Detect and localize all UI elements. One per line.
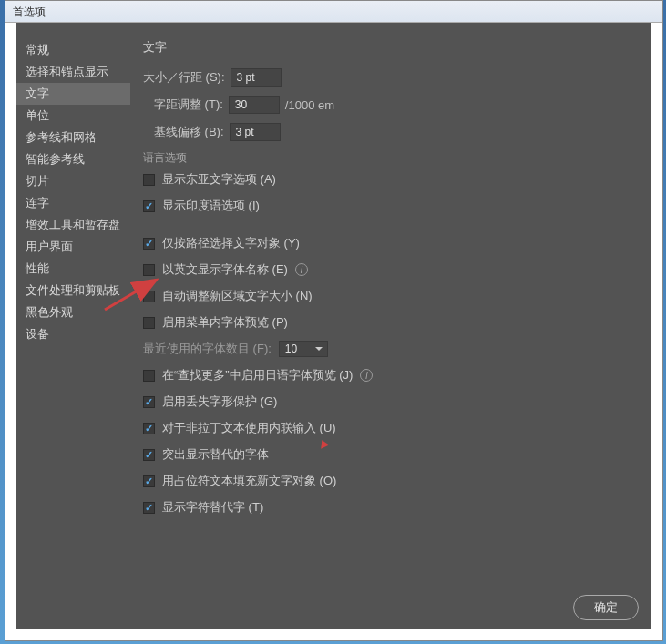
highlight-alt-checkbox[interactable] bbox=[143, 449, 155, 461]
indic-row[interactable]: 显示印度语选项 (I) bbox=[143, 198, 639, 214]
window-title: 首选项 bbox=[5, 1, 662, 23]
indic-checkbox[interactable] bbox=[143, 200, 155, 212]
size-leading-label: 大小／行距 (S): bbox=[143, 69, 225, 86]
menu-preview-row[interactable]: 启用菜单内字体预览 (P) bbox=[143, 314, 639, 331]
sidebar-item-plugins[interactable]: 增效工具和暂存盘 bbox=[16, 214, 130, 236]
menu-preview-checkbox[interactable] bbox=[143, 317, 155, 329]
footer: 确定 bbox=[573, 595, 639, 620]
indic-label: 显示印度语选项 (I) bbox=[162, 198, 260, 214]
sidebar-item-blackappearance[interactable]: 黑色外观 bbox=[16, 302, 130, 323]
auto-area-row[interactable]: 自动调整新区域文字大小 (N) bbox=[143, 288, 639, 304]
jp-preview-row[interactable]: 在“查找更多”中启用日语字体预览 (J) i bbox=[143, 367, 639, 383]
highlight-alt-label: 突出显示替代的字体 bbox=[162, 446, 269, 463]
main-panel: 文字 大小／行距 (S): 字距调整 (T): /1000 em 基线偏移 (B… bbox=[130, 23, 651, 629]
missing-glyph-row[interactable]: 启用丢失字形保护 (G) bbox=[143, 394, 639, 410]
placeholder-fill-checkbox[interactable] bbox=[143, 475, 155, 487]
sidebar-item-devices[interactable]: 设备 bbox=[16, 323, 130, 345]
placeholder-fill-label: 用占位符文本填充新文字对象 (O) bbox=[162, 473, 336, 489]
auto-area-label: 自动调整新区域文字大小 (N) bbox=[162, 288, 313, 304]
missing-glyph-checkbox[interactable] bbox=[143, 396, 155, 408]
recent-fonts-row: 最近使用的字体数目 (F): 10 bbox=[143, 341, 639, 357]
east-asian-checkbox[interactable] bbox=[143, 174, 155, 186]
jp-preview-label: 在“查找更多”中启用日语字体预览 (J) bbox=[162, 367, 353, 383]
show-alt-glyph-checkbox[interactable] bbox=[143, 502, 155, 514]
preferences-window: 首选项 常规 选择和锚点显示 文字 单位 参考线和网格 智能参考线 切片 连字 … bbox=[5, 0, 663, 641]
baseline-label: 基线偏移 (B): bbox=[154, 124, 224, 140]
tracking-input[interactable] bbox=[229, 96, 280, 114]
east-asian-row[interactable]: 显示东亚文字选项 (A) bbox=[143, 171, 639, 188]
placeholder-fill-row[interactable]: 用占位符文本填充新文字对象 (O) bbox=[143, 473, 639, 489]
size-leading-row: 大小／行距 (S): bbox=[143, 68, 639, 87]
sidebar-item-selection[interactable]: 选择和锚点显示 bbox=[16, 61, 130, 83]
tracking-row: 字距调整 (T): /1000 em bbox=[154, 96, 639, 114]
inline-input-row[interactable]: 对于非拉丁文本使用内联输入 (U) bbox=[143, 420, 639, 436]
show-alt-glyph-row[interactable]: 显示字符替代字 (T) bbox=[143, 499, 639, 516]
inline-input-checkbox[interactable] bbox=[143, 423, 155, 434]
inline-input-label: 对于非拉丁文本使用内联输入 (U) bbox=[162, 420, 336, 436]
section-heading: 文字 bbox=[143, 39, 639, 56]
info-icon[interactable]: i bbox=[360, 369, 373, 382]
english-fontname-checkbox[interactable] bbox=[143, 264, 155, 276]
recent-fonts-select[interactable]: 10 bbox=[279, 341, 328, 357]
sidebar-item-general[interactable]: 常规 bbox=[16, 39, 130, 61]
sidebar-item-smartguides[interactable]: 智能参考线 bbox=[16, 148, 130, 170]
sidebar-item-ui[interactable]: 用户界面 bbox=[16, 236, 130, 258]
sidebar-list: 常规 选择和锚点显示 文字 单位 参考线和网格 智能参考线 切片 连字 增效工具… bbox=[16, 39, 130, 345]
english-fontname-label: 以英文显示字体名称 (E) bbox=[162, 261, 288, 278]
path-only-label: 仅按路径选择文字对象 (Y) bbox=[162, 235, 300, 251]
baseline-row: 基线偏移 (B): bbox=[154, 123, 639, 141]
sidebar-item-hyphenation[interactable]: 连字 bbox=[16, 192, 130, 214]
sidebar: 常规 选择和锚点显示 文字 单位 参考线和网格 智能参考线 切片 连字 增效工具… bbox=[16, 23, 130, 629]
recent-fonts-label: 最近使用的字体数目 (F): bbox=[143, 341, 272, 357]
baseline-input[interactable] bbox=[230, 123, 281, 141]
east-asian-label: 显示东亚文字选项 (A) bbox=[162, 171, 276, 188]
show-alt-glyph-label: 显示字符替代字 (T) bbox=[162, 499, 263, 516]
path-only-checkbox[interactable] bbox=[143, 238, 155, 250]
jp-preview-checkbox[interactable] bbox=[143, 370, 155, 382]
tracking-label: 字距调整 (T): bbox=[154, 97, 223, 113]
tracking-unit: /1000 em bbox=[285, 98, 334, 112]
english-fontname-row[interactable]: 以英文显示字体名称 (E) i bbox=[143, 261, 639, 278]
content-area: 常规 选择和锚点显示 文字 单位 参考线和网格 智能参考线 切片 连字 增效工具… bbox=[16, 23, 651, 629]
sidebar-item-performance[interactable]: 性能 bbox=[16, 258, 130, 280]
info-icon[interactable]: i bbox=[295, 263, 308, 276]
ok-button[interactable]: 确定 bbox=[573, 595, 639, 620]
path-only-row[interactable]: 仅按路径选择文字对象 (Y) bbox=[143, 235, 639, 251]
sidebar-item-slices[interactable]: 切片 bbox=[16, 170, 130, 192]
sidebar-item-guides[interactable]: 参考线和网格 bbox=[16, 127, 130, 148]
missing-glyph-label: 启用丢失字形保护 (G) bbox=[162, 394, 277, 410]
highlight-alt-row[interactable]: 突出显示替代的字体 bbox=[143, 446, 639, 463]
menu-preview-label: 启用菜单内字体预览 (P) bbox=[162, 314, 288, 331]
sidebar-item-filehandling[interactable]: 文件处理和剪贴板 bbox=[16, 280, 130, 302]
sidebar-item-units[interactable]: 单位 bbox=[16, 105, 130, 127]
auto-area-checkbox[interactable] bbox=[143, 291, 155, 302]
language-group-label: 语言选项 bbox=[143, 150, 639, 166]
size-leading-input[interactable] bbox=[231, 68, 282, 87]
sidebar-item-type[interactable]: 文字 bbox=[16, 83, 130, 105]
